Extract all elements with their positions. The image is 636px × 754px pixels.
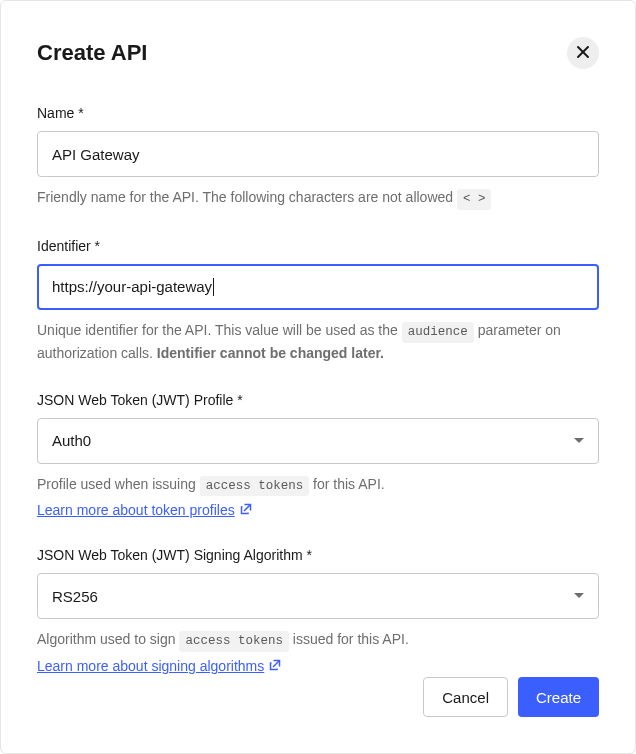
- svg-line-2: [244, 505, 251, 512]
- identifier-help-text: Unique identifier for the API. This valu…: [37, 320, 599, 364]
- token-profiles-link[interactable]: Learn more about token profiles: [37, 502, 252, 518]
- signing-algorithms-link[interactable]: Learn more about signing algorithms: [37, 658, 281, 674]
- svg-line-3: [273, 661, 280, 668]
- modal-title: Create API: [37, 40, 147, 66]
- text-caret: [213, 278, 214, 296]
- external-link-icon: [240, 502, 252, 518]
- name-help-text: Friendly name for the API. The following…: [37, 187, 599, 210]
- jwt-profile-label: JSON Web Token (JWT) Profile *: [37, 392, 599, 408]
- code-chip: access tokens: [200, 476, 310, 497]
- jwt-profile-field-group: JSON Web Token (JWT) Profile * Auth0 Pro…: [37, 392, 599, 520]
- modal-footer: Cancel Create: [423, 677, 599, 717]
- cancel-button[interactable]: Cancel: [423, 677, 508, 717]
- identifier-input[interactable]: https://your-api-gateway: [37, 264, 599, 310]
- close-button[interactable]: [567, 37, 599, 69]
- jwt-algorithm-help-text: Algorithm used to sign access tokens iss…: [37, 629, 599, 652]
- jwt-algorithm-label: JSON Web Token (JWT) Signing Algorithm *: [37, 547, 599, 563]
- jwt-algorithm-select[interactable]: RS256: [37, 573, 599, 619]
- jwt-profile-help-text: Profile used when issuing access tokens …: [37, 474, 599, 497]
- create-button[interactable]: Create: [518, 677, 599, 717]
- jwt-profile-select-wrapper: Auth0: [37, 418, 599, 464]
- name-label: Name *: [37, 105, 599, 121]
- code-chip: audience: [402, 322, 474, 343]
- name-field-group: Name * Friendly name for the API. The fo…: [37, 105, 599, 210]
- create-api-modal: Create API Name * Friendly name for the …: [0, 0, 636, 754]
- close-icon: [576, 45, 590, 62]
- identifier-label: Identifier *: [37, 238, 599, 254]
- jwt-algorithm-field-group: JSON Web Token (JWT) Signing Algorithm *…: [37, 547, 599, 675]
- name-input[interactable]: [37, 131, 599, 177]
- identifier-field-group: Identifier * https://your-api-gateway Un…: [37, 238, 599, 364]
- jwt-algorithm-select-wrapper: RS256: [37, 573, 599, 619]
- modal-header: Create API: [37, 37, 599, 69]
- external-link-icon: [269, 658, 281, 674]
- code-chip: access tokens: [179, 631, 289, 652]
- jwt-profile-select[interactable]: Auth0: [37, 418, 599, 464]
- code-chip: < >: [457, 189, 492, 210]
